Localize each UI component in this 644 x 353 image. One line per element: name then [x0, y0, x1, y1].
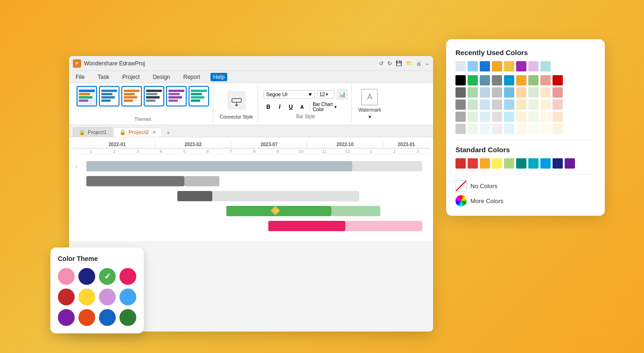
color-dot-red[interactable]	[58, 289, 75, 305]
std-yellow[interactable]	[492, 158, 502, 169]
font-name-select[interactable]: Segoe UI ▼	[264, 90, 315, 99]
palette-paleblue[interactable]	[480, 87, 490, 98]
more-icon[interactable]: ⌄	[425, 60, 429, 66]
std-purple[interactable]	[565, 158, 575, 169]
font-size-select[interactable]: 12 ▼	[317, 90, 335, 99]
menu-project[interactable]: Project	[119, 73, 142, 81]
color-dot-hotpink[interactable]	[119, 268, 136, 285]
menu-file[interactable]: File	[73, 73, 87, 81]
palette-nearwhite-green[interactable]	[468, 112, 478, 122]
theme-btn-4[interactable]	[144, 86, 164, 106]
theme-btn-5[interactable]	[166, 86, 187, 106]
palette-white-orange[interactable]	[516, 124, 526, 134]
palette-nearwhite-peach[interactable]	[553, 112, 563, 122]
bar-track-1[interactable]	[79, 161, 429, 171]
color-dot-pink[interactable]	[58, 268, 75, 285]
palette-gray1[interactable]	[492, 75, 502, 85]
palette-silver[interactable]	[492, 87, 502, 98]
color-dot-darkblue[interactable]	[78, 268, 95, 285]
palette-nearwhite-blue[interactable]	[480, 112, 490, 122]
tab-add-btn[interactable]: +	[163, 128, 173, 137]
palette-white-mint[interactable]	[528, 124, 539, 134]
palette-nearlightgray[interactable]	[492, 112, 502, 122]
palette-white-cream[interactable]	[540, 124, 551, 134]
color-dot-lightblue[interactable]	[119, 289, 136, 305]
std-darkred[interactable]	[455, 158, 466, 169]
swatch-blue[interactable]	[480, 61, 490, 71]
palette-palegreen[interactable]	[468, 87, 478, 98]
std-teal[interactable]	[516, 158, 526, 169]
no-colors-row[interactable]: No Colors	[455, 180, 595, 191]
swatch-purple[interactable]	[516, 61, 526, 71]
underline-button[interactable]: U	[286, 102, 295, 112]
color-dot-lavender[interactable]	[99, 289, 116, 305]
palette-nearwhite-cream[interactable]	[540, 112, 551, 122]
redo-icon[interactable]: ↻	[387, 60, 392, 67]
menu-design[interactable]: Design	[150, 73, 173, 81]
palette-lightgreen[interactable]	[528, 75, 539, 85]
swatch-orange[interactable]	[492, 61, 502, 71]
palette-white-peach[interactable]	[553, 124, 563, 134]
open-icon[interactable]: 📁	[406, 60, 413, 66]
palette-nearwhite-mint[interactable]	[528, 112, 539, 122]
palette-blue1[interactable]	[480, 75, 490, 85]
palette-lightred[interactable]	[553, 87, 563, 98]
palette-gray2[interactable]	[455, 112, 466, 122]
palette-medgray[interactable]	[455, 99, 466, 110]
palette-verylightgreen[interactable]	[468, 99, 478, 110]
palette-white-green[interactable]	[468, 124, 478, 134]
palette-nearwhite-orange[interactable]	[516, 112, 526, 122]
palette-nearwhite-cyan[interactable]	[504, 112, 514, 122]
color-dot-green[interactable]: ✓	[99, 268, 116, 285]
std-lightgreen[interactable]	[504, 158, 514, 169]
palette-verypale-red[interactable]	[553, 99, 563, 110]
palette-skyblue[interactable]	[504, 87, 514, 98]
more-colors-row[interactable]: More Colors	[455, 195, 595, 206]
palette-verylightgray[interactable]	[455, 124, 466, 134]
swatch-lightpurple[interactable]	[528, 61, 539, 71]
std-red[interactable]	[468, 158, 478, 169]
palette-salmon[interactable]	[540, 75, 551, 85]
font-color-button[interactable]: A	[297, 102, 307, 112]
palette-verylightblue[interactable]	[480, 99, 490, 110]
palette-red1[interactable]	[553, 75, 563, 85]
theme-btn-6[interactable]	[189, 86, 209, 106]
swatch-teal[interactable]	[540, 61, 551, 71]
palette-darkgray[interactable]	[455, 87, 466, 98]
std-lightblue[interactable]	[540, 158, 551, 169]
swatch-yellow[interactable]	[504, 61, 514, 71]
palette-lightorange[interactable]	[516, 99, 526, 110]
palette-white-cyan[interactable]	[504, 124, 514, 134]
palette-offwhite[interactable]	[492, 124, 502, 134]
color-dot-yellow[interactable]	[78, 289, 95, 305]
std-cyan[interactable]	[528, 158, 539, 169]
bar-track-2[interactable]	[79, 176, 429, 186]
swatch-lightblue2[interactable]	[468, 61, 478, 71]
palette-white-blue[interactable]	[480, 124, 490, 134]
bar-chart-dropdown[interactable]: Bar ChartColor ▼	[313, 102, 337, 112]
std-darkblue[interactable]	[553, 158, 563, 169]
color-dot-orange[interactable]	[78, 309, 95, 326]
palette-black[interactable]	[455, 75, 466, 85]
tab-project1[interactable]: 🔒 Project1	[73, 127, 112, 137]
print-icon[interactable]: 🖨	[416, 61, 421, 66]
palette-verylightcream[interactable]	[540, 99, 551, 110]
chart-icon-btn[interactable]: 📊	[336, 89, 348, 100]
italic-button[interactable]: I	[275, 102, 284, 112]
std-amber[interactable]	[480, 158, 490, 169]
tab-project2[interactable]: 🔒 Project2 ✕	[113, 127, 162, 137]
connector-icon[interactable]	[227, 91, 246, 110]
palette-cream[interactable]	[540, 87, 551, 98]
save-icon[interactable]: 💾	[396, 60, 402, 66]
palette-peach[interactable]	[516, 87, 526, 98]
theme-btn-3[interactable]	[121, 86, 142, 106]
palette-lightcyan[interactable]	[504, 99, 514, 110]
theme-btn-1[interactable]	[77, 86, 97, 106]
menu-task[interactable]: Task	[95, 73, 112, 81]
bar-track-4[interactable]	[79, 206, 429, 216]
palette-green1[interactable]	[468, 75, 478, 85]
palette-verylightmint[interactable]	[528, 99, 539, 110]
swatch-lightblue1[interactable]	[455, 61, 466, 71]
bar-track-3[interactable]	[79, 191, 429, 201]
theme-btn-2[interactable]	[99, 86, 119, 106]
